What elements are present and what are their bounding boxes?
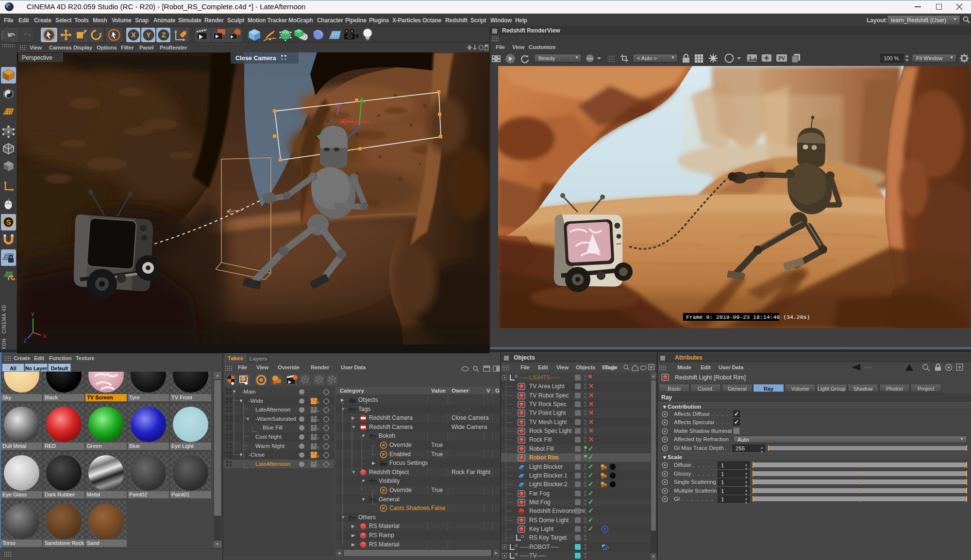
svg-text:O: O [515, 544, 518, 548]
svg-text:Z: Z [162, 31, 166, 39]
svg-text:Frame 0: 2019-09-23 18:14:48 (: Frame 0: 2019-09-23 18:14:48 (34.20s) [686, 314, 810, 320]
svg-text:S: S [6, 218, 11, 226]
svg-text:Y: Y [31, 312, 34, 317]
svg-text:Perspective: Perspective [22, 54, 52, 61]
svg-text:RGB: RGB [586, 57, 593, 60]
svg-text:X: X [43, 334, 47, 339]
svg-text:X: X [131, 31, 136, 39]
svg-text:O: O [521, 534, 524, 539]
svg-text:Z: Z [24, 338, 27, 344]
svg-text:O: O [515, 374, 518, 379]
svg-text:Y: Y [146, 31, 151, 39]
svg-text:Close Camera: Close Camera [235, 55, 276, 62]
svg-text:O: O [515, 552, 518, 557]
svg-text:PV: PV [778, 56, 785, 61]
